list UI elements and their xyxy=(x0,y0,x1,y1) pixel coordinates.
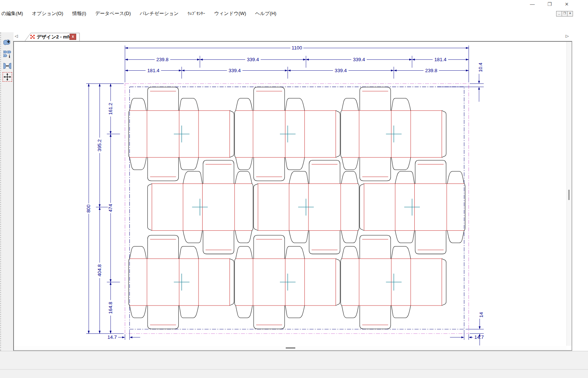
svg-text:14: 14 xyxy=(478,312,484,318)
bottom-bar xyxy=(0,369,588,378)
main-toolbar: ✓ ダイボードエッジ ▼ xyxy=(0,18,588,32)
svg-text:14.7: 14.7 xyxy=(107,334,117,340)
mfg-file-icon xyxy=(30,34,36,39)
svg-text:404.8: 404.8 xyxy=(97,264,102,277)
window-maximize-button[interactable]: ❐ xyxy=(544,1,555,8)
layout-info-icon: i xyxy=(3,50,12,59)
tab-close-button[interactable]: x xyxy=(70,34,76,40)
svg-text:161.2: 161.2 xyxy=(108,103,113,115)
vertical-scrollbar-thumb[interactable] xyxy=(568,190,570,200)
status-bar xyxy=(0,351,588,369)
tab-title: デザイン2 - mfg xyxy=(37,34,72,40)
menu-edit[interactable]: の編集(M) xyxy=(0,9,27,18)
manufacturing-layout[interactable]: 1100239.8339.4339.4181.4181.4339.4339.42… xyxy=(15,42,567,346)
svg-text:181.4: 181.4 xyxy=(434,57,447,62)
mdi-minimize-button[interactable]: ＿ xyxy=(556,11,562,16)
svg-text:181.4: 181.4 xyxy=(147,68,159,73)
svg-text:395.2: 395.2 xyxy=(97,139,102,151)
tab-bar: ◁ デザイン2 - mfg x ▷ xyxy=(13,32,588,41)
gap-distance-icon xyxy=(3,62,12,70)
svg-text:1100: 1100 xyxy=(292,45,302,51)
drawing-canvas[interactable]: 1100239.8339.4339.4181.4181.4339.4339.42… xyxy=(13,41,572,351)
menu-palletization[interactable]: パレチゼーション xyxy=(136,9,182,18)
window-minimize-button[interactable]: — xyxy=(527,1,538,8)
side-toolbar: i xyxy=(0,32,14,351)
svg-text:800: 800 xyxy=(86,204,91,212)
menu-info[interactable]: 情報(I) xyxy=(69,9,90,18)
menu-bar: の編集(M) オプション(O) 情報(I) データベース(D) パレチゼーション… xyxy=(0,9,588,19)
svg-text:339.4: 339.4 xyxy=(353,57,365,62)
svg-text:164.8: 164.8 xyxy=(108,302,113,314)
svg-text:339.4: 339.4 xyxy=(335,68,347,73)
menu-window[interactable]: ウィンドウ(W) xyxy=(211,9,250,18)
title-bar: — ❐ ✕ xyxy=(0,0,588,9)
horizontal-scrollbar[interactable] xyxy=(14,346,567,350)
move-tool-icon xyxy=(3,73,12,81)
gap-distance-button[interactable] xyxy=(3,62,12,70)
mdi-restore-button[interactable]: ❐ xyxy=(562,11,567,16)
tab-design2-mfg[interactable]: デザイン2 - mfg x xyxy=(25,33,80,41)
add-layout-button[interactable] xyxy=(3,38,12,47)
svg-text:474: 474 xyxy=(108,204,113,212)
svg-text:339.4: 339.4 xyxy=(229,68,241,73)
layout-info-button[interactable]: i xyxy=(3,50,12,59)
tab-scroll-left-button[interactable]: ◁ xyxy=(15,34,18,38)
move-tool-button[interactable] xyxy=(3,73,12,81)
svg-text:10.4: 10.4 xyxy=(478,63,483,72)
menu-database[interactable]: データベース(D) xyxy=(92,9,134,18)
svg-text:239.8: 239.8 xyxy=(156,57,169,62)
menu-webcenter[interactable]: ｳｪﾌﾞｾﾝﾀｰ xyxy=(184,9,209,18)
svg-text:339.4: 339.4 xyxy=(247,57,259,62)
mdi-close-button[interactable]: ✕ xyxy=(567,11,573,16)
window-close-button[interactable]: ✕ xyxy=(561,1,572,8)
svg-text:14.7: 14.7 xyxy=(474,334,484,340)
menu-options[interactable]: オプション(O) xyxy=(28,9,67,18)
vertical-scrollbar[interactable] xyxy=(566,42,572,346)
add-layout-icon xyxy=(3,38,12,47)
svg-text:239.8: 239.8 xyxy=(425,68,437,73)
menu-help[interactable]: ヘルプ(H) xyxy=(251,9,280,18)
horizontal-scrollbar-thumb[interactable] xyxy=(286,347,295,349)
svg-text:i: i xyxy=(9,53,10,59)
tab-scroll-right-button[interactable]: ▷ xyxy=(566,34,569,38)
